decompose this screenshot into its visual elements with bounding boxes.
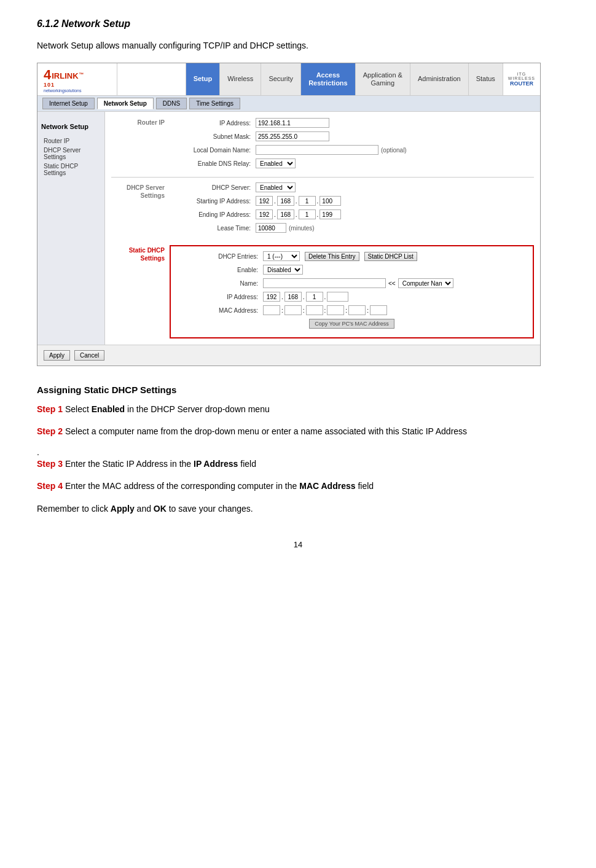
dhcp-fields: DHCP Server: Enabled Disabled Starting I… <box>170 182 534 237</box>
subnet-mask-label: Subnet Mask: <box>170 133 256 140</box>
nav-tab-security[interactable]: Security <box>261 63 300 95</box>
delete-entry-button[interactable]: Delete This Entry <box>305 252 359 261</box>
cancel-button[interactable]: Cancel <box>74 350 104 361</box>
step2-label: Step 2 <box>37 426 63 436</box>
remember-bold1: Apply <box>111 504 135 514</box>
sidebar-router-ip[interactable]: Router IP <box>41 136 101 146</box>
step1-text: Select <box>63 404 92 414</box>
mac-2[interactable] <box>284 305 302 315</box>
starting-ip-1[interactable] <box>256 196 273 206</box>
router-ui-screenshot: 4 IRLINK ™ 101 networkingsolutions Setup… <box>37 63 541 366</box>
nav-tab-wireless[interactable]: Wireless <box>219 63 261 95</box>
remember-rest: to save your changes. <box>167 504 253 514</box>
static-name-input[interactable] <box>263 278 386 288</box>
left-sidebar: Network Setup Router IP DHCP Server Sett… <box>37 112 105 345</box>
static-name-row: Name: << Computer Name <box>177 278 527 288</box>
mac-6[interactable] <box>370 305 387 315</box>
static-sep3: . <box>324 294 326 300</box>
mac-address-row: MAC Address: : : : : <box>177 305 527 315</box>
lease-time-input[interactable] <box>256 223 286 233</box>
remember-mid: and <box>135 504 154 514</box>
starting-ip-3[interactable] <box>299 196 316 206</box>
mac-4[interactable] <box>327 305 344 315</box>
step4-label: Step 4 <box>37 481 63 491</box>
step4-para: Step 4 Enter the MAC address of the corr… <box>37 479 559 493</box>
copy-mac-button[interactable]: Copy Your PC's MAC Address <box>309 319 394 329</box>
router-header: 4 IRLINK ™ 101 networkingsolutions Setup… <box>37 63 540 96</box>
nav-tab-gaming[interactable]: Application &Gaming <box>355 63 410 95</box>
step3-bold: IP Address <box>194 459 238 469</box>
static-ip-2[interactable] <box>284 292 302 302</box>
mac-sep5: : <box>367 307 369 314</box>
ending-ip-row: Ending IP Address: . . . <box>170 209 534 219</box>
static-sep1: . <box>281 294 283 300</box>
sidebar-title: Network Setup Router IP DHCP Server Sett… <box>37 118 104 182</box>
step3-text: Enter the Static IP Address in the <box>63 459 194 469</box>
nav-tab-admin[interactable]: Administration <box>410 63 468 95</box>
sidebar-static[interactable]: Static DHCP Settings <box>41 162 101 178</box>
mac-3[interactable] <box>306 305 323 315</box>
nav-tab-status[interactable]: Status <box>468 63 503 95</box>
step1-bold: Enabled <box>92 404 125 414</box>
step4-text: Enter the MAC address of the correspondi… <box>63 481 299 491</box>
static-ip-label: IP Address: <box>177 294 263 300</box>
optional-hint: (optional) <box>381 147 407 154</box>
ending-ip-1[interactable] <box>256 209 273 219</box>
ip-address-label: IP Address: <box>170 120 256 127</box>
bottom-buttons: Apply Cancel <box>37 345 540 366</box>
dhcp-entries-select[interactable]: 1 (---) <box>263 251 300 261</box>
brand-itg: ITG <box>517 72 527 76</box>
static-list-button[interactable]: Static DHCP List <box>364 252 417 261</box>
static-sep2: . <box>303 294 305 300</box>
divider1 <box>111 177 534 178</box>
nav-tab-access[interactable]: AccessRestrictions <box>300 63 355 95</box>
router-ip-section-label: Router IP <box>111 118 170 126</box>
static-dhcp-box: DHCP Entries: 1 (---) Delete This Entry … <box>170 245 534 338</box>
subnet-mask-row: Subnet Mask: <box>170 131 534 141</box>
dhcp-server-select[interactable]: Enabled Disabled <box>256 182 296 192</box>
ip-address-input[interactable] <box>256 118 329 128</box>
router-ip-row-label: Router IP IP Address: Subnet Mask: Local <box>111 118 534 172</box>
step4-rest: field <box>356 481 374 491</box>
static-enable-label: Enable: <box>177 267 263 273</box>
computer-name-select[interactable]: Computer Name <box>398 278 453 288</box>
step2-text: Select a computer name from the drop-dow… <box>63 426 467 436</box>
nav-tab-setup[interactable]: Setup <box>186 63 220 95</box>
step4-bold: MAC Address <box>299 481 355 491</box>
sub-tab-internet[interactable]: Internet Setup <box>42 98 95 109</box>
static-ip-4[interactable] <box>327 292 348 302</box>
step3-label: Step 3 <box>37 459 63 469</box>
mac-sep3: : <box>324 307 326 314</box>
static-ip-1[interactable] <box>263 292 280 302</box>
dhcp-entries-label: DHCP Entries: <box>177 253 263 260</box>
logo-number: 4 <box>44 67 51 83</box>
dns-relay-row: Enable DNS Relay: Enabled Disabled <box>170 158 534 168</box>
apply-button[interactable]: Apply <box>44 350 70 361</box>
page-number: 14 <box>37 540 559 549</box>
router-body: Network Setup Router IP DHCP Server Sett… <box>37 112 540 345</box>
starting-ip-2[interactable] <box>277 196 294 206</box>
brand-logo-right: ITG WIRELESS ROUTER <box>503 63 540 95</box>
step3-rest: field <box>238 459 256 469</box>
sub-tab-ddns[interactable]: DDNS <box>156 98 187 109</box>
static-enable-select[interactable]: Disabled Enabled <box>263 265 303 275</box>
sidebar-heading: Network Setup <box>41 123 101 130</box>
dhcp-section-label: DHCP Server Settings <box>111 182 170 200</box>
ending-ip-4[interactable] <box>320 209 341 219</box>
sub-tab-time[interactable]: Time Settings <box>189 98 240 109</box>
static-ip-3[interactable] <box>306 292 323 302</box>
mac-5[interactable] <box>348 305 366 315</box>
intro-text: Network Setup allows manually configurin… <box>37 41 559 50</box>
ending-ip-2[interactable] <box>277 209 294 219</box>
ending-ip-3[interactable] <box>299 209 316 219</box>
subnet-mask-input[interactable] <box>256 131 329 141</box>
mac-1[interactable] <box>263 305 280 315</box>
starting-ip-4[interactable] <box>320 196 341 206</box>
static-enable-row: Enable: Disabled Enabled <box>177 265 527 275</box>
lease-time-label: Lease Time: <box>170 225 256 232</box>
sub-tab-network[interactable]: Network Setup <box>97 98 154 109</box>
dns-relay-select[interactable]: Enabled Disabled <box>256 158 296 168</box>
static-ip-inputs: . . . <box>263 292 348 302</box>
sidebar-dhcp[interactable]: DHCP Server Settings <box>41 146 101 162</box>
local-domain-input[interactable] <box>256 145 378 155</box>
